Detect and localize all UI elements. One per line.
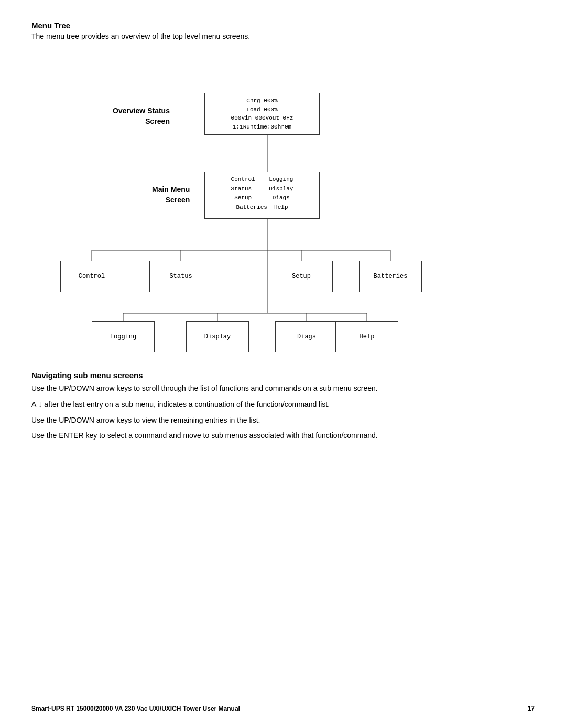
nav-para-4: Use the ENTER key to select a command an… — [31, 430, 535, 441]
help-box: Help — [335, 321, 398, 352]
overview-status-box: Chrg 000% Load 000% 000Vin 000Vout 0Hz 1… — [204, 93, 320, 135]
logging-label: Logging — [110, 333, 136, 340]
section-title-menu-tree: Menu Tree — [31, 21, 535, 30]
menu-tree-diagram: Overview StatusScreen Chrg 000% Load 000… — [31, 56, 535, 350]
nav-para-2: A ↓ after the last entry on a sub menu, … — [31, 398, 535, 411]
control-box: Control — [60, 261, 123, 292]
diags-box: Diags — [275, 321, 338, 352]
status-box: Status — [149, 261, 212, 292]
status-label: Status — [169, 273, 192, 280]
overview-line3: 000Vin 000Vout 0Hz — [231, 114, 293, 123]
help-label: Help — [360, 333, 375, 340]
footer-left: Smart-UPS RT 15000/20000 VA 230 Vac UXI/… — [31, 705, 240, 712]
overview-line1: Chrg 000% — [231, 97, 293, 105]
main-menu-line3: Setup Diags — [231, 194, 293, 203]
batteries-box: Batteries — [359, 261, 422, 292]
overview-status-label: Overview StatusScreen — [113, 106, 170, 126]
main-menu-label: Main MenuScreen — [152, 185, 190, 205]
nav-section-title: Navigating sub menu screens — [31, 371, 535, 380]
overview-line2: Load 000% — [231, 105, 293, 114]
page-footer: Smart-UPS RT 15000/20000 VA 230 Vac UXI/… — [31, 705, 535, 712]
display-label: Display — [204, 333, 231, 340]
logging-box: Logging — [92, 321, 155, 352]
menu-tree-section: Menu Tree The menu tree provides an over… — [31, 21, 535, 40]
overview-line4: 1:1Runtime:00hr0m — [231, 123, 293, 132]
nav-para-1: Use the UP/DOWN arrow keys to scroll thr… — [31, 383, 535, 394]
nav-para-3: Use the UP/DOWN arrow keys to view the r… — [31, 415, 535, 426]
main-menu-line1: Control Logging — [231, 175, 293, 185]
section-desc-menu-tree: The menu tree provides an overview of th… — [31, 32, 535, 40]
setup-box: Setup — [270, 261, 333, 292]
main-menu-box: Control Logging Status Display Setup Dia… — [204, 172, 320, 219]
main-menu-line2: Status Display — [231, 185, 293, 194]
footer-page-number: 17 — [528, 705, 535, 712]
nav-section: Navigating sub menu screens Use the UP/D… — [31, 371, 535, 441]
control-label: Control — [79, 273, 105, 280]
main-menu-line4: Batteries Help — [231, 203, 293, 212]
nav-para-2-suffix: after the last entry on a sub menu, indi… — [42, 400, 330, 409]
diags-label: Diags — [297, 333, 316, 340]
display-box: Display — [186, 321, 249, 352]
batteries-label: Batteries — [374, 273, 408, 280]
setup-label: Setup — [292, 273, 311, 280]
nav-para-2-prefix: A — [31, 400, 38, 409]
